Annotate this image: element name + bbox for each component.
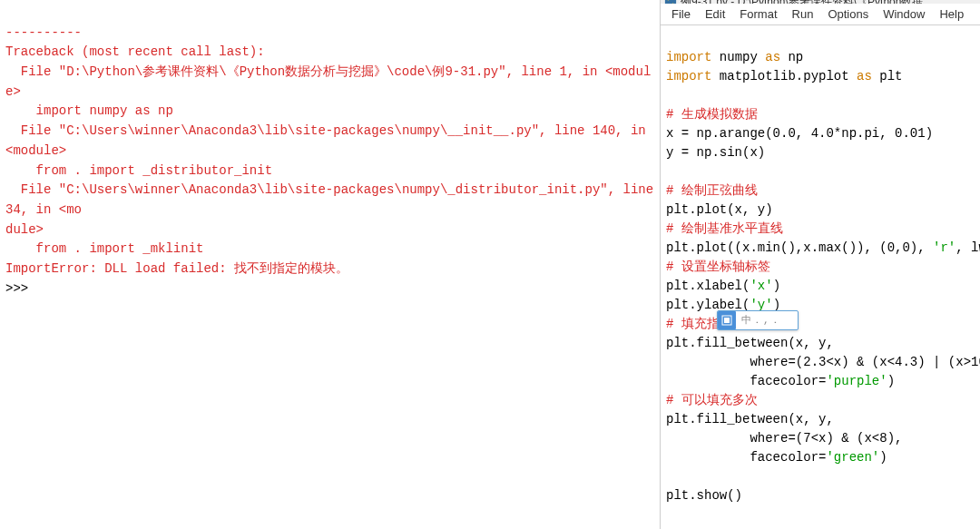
- code-text: facecolor=: [666, 374, 826, 388]
- menu-format[interactable]: Format: [732, 5, 784, 23]
- code-comment: # 设置坐标轴标签: [666, 260, 770, 274]
- menu-bar: File Edit Format Run Options Window Help: [661, 4, 980, 25]
- editor-pane: 例9-31.py - D:\Python\参考课件资料\《Python数据 Fi…: [661, 0, 980, 529]
- menu-edit[interactable]: Edit: [698, 5, 732, 23]
- traceback-line: e>: [5, 84, 21, 99]
- code-text: , lw=2): [956, 240, 980, 255]
- traceback-dash: ----------: [5, 25, 82, 40]
- code-text: plt: [872, 69, 903, 83]
- code-text: np: [780, 50, 803, 64]
- menu-file[interactable]: File: [664, 5, 698, 23]
- code-text: matplotlib.pyplot: [711, 69, 857, 83]
- traceback-error: ImportError: DLL load failed: 找不到指定的模块。: [5, 261, 348, 276]
- ime-option[interactable]: ᎐: [771, 313, 779, 328]
- menu-run[interactable]: Run: [785, 5, 821, 23]
- kw-as: as: [765, 50, 780, 64]
- kw-import: import: [666, 50, 711, 64]
- ime-option[interactable]: ᎐: [753, 313, 761, 328]
- code-text: where=(2.3<x) & (x<4.3) | (x>10),: [666, 355, 980, 369]
- code-text: x = np.arange(0.0, 4.0*np.pi, 0.01): [666, 126, 933, 141]
- code-text: ): [887, 374, 895, 388]
- code-text: plt.show(): [666, 488, 742, 503]
- ime-option[interactable]: ,: [761, 313, 771, 328]
- ime-icon[interactable]: [718, 311, 736, 329]
- traceback-line: from . import _distributor_init: [5, 163, 272, 178]
- traceback-output[interactable]: ---------- Traceback (most recent call l…: [5, 4, 654, 299]
- traceback-line: from . import _mklinit: [5, 241, 203, 256]
- code-text: y = np.sin(x): [666, 145, 765, 160]
- code-text: plt.fill_between(x, y,: [666, 412, 834, 426]
- code-text: numpy: [711, 50, 765, 64]
- code-text: plt.plot(x, y): [666, 202, 773, 217]
- code-comment: # 可以填充多次: [666, 393, 758, 407]
- code-text: plt.xlabel(: [666, 279, 750, 293]
- menu-options[interactable]: Options: [820, 5, 876, 23]
- kw-as: as: [857, 69, 872, 83]
- code-text: plt.fill_between(x, y,: [666, 336, 834, 350]
- menu-help[interactable]: Help: [932, 5, 971, 23]
- traceback-header: Traceback (most recent call last):: [5, 44, 265, 59]
- code-string: 'r': [933, 240, 956, 255]
- menu-window[interactable]: Window: [876, 5, 932, 23]
- ime-option[interactable]: 中: [740, 313, 753, 328]
- code-text: ): [879, 450, 887, 465]
- traceback-line: dule>: [5, 222, 44, 237]
- code-comment: # 绘制正弦曲线: [666, 183, 758, 198]
- traceback-line: File "D:\Python\参考课件资料\《Python数据分析与挖掘》\c…: [5, 64, 651, 79]
- console-pane: ---------- Traceback (most recent call l…: [0, 0, 661, 529]
- traceback-line: File "C:\Users\winner\Anaconda3\lib\site…: [5, 123, 653, 158]
- svg-rect-4: [724, 318, 730, 323]
- code-comment: # 生成模拟数据: [666, 107, 758, 122]
- kw-import: import: [666, 69, 711, 83]
- code-string: 'green': [826, 450, 879, 465]
- code-text: ): [773, 279, 780, 293]
- code-string: 'x': [750, 279, 772, 293]
- code-text: facecolor=: [666, 450, 826, 465]
- ime-toolbar[interactable]: 中 ᎐ , ᎐: [717, 310, 799, 330]
- code-editor[interactable]: import numpy as np import matplotlib.pyp…: [661, 25, 980, 529]
- code-text: plt.plot((x.min(),x.max()), (0,0),: [666, 240, 933, 255]
- code-comment: # 绘制基准水平直线: [666, 221, 783, 236]
- prompt[interactable]: >>>: [5, 281, 36, 296]
- traceback-line: import numpy as np: [5, 103, 173, 118]
- code-string: 'purple': [826, 374, 887, 388]
- code-text: where=(7<x) & (x<8),: [666, 431, 902, 446]
- traceback-line: File "C:\Users\winner\Anaconda3\lib\site…: [5, 182, 661, 217]
